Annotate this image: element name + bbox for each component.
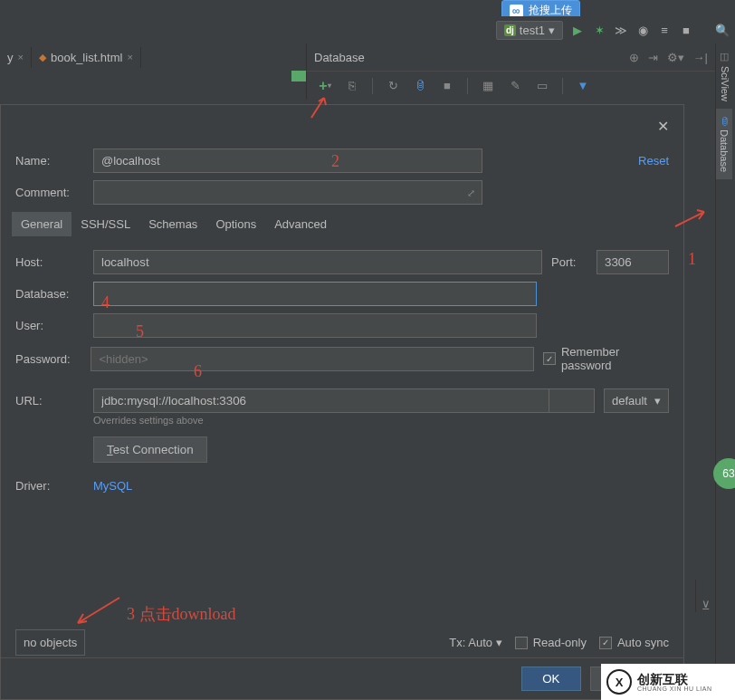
table-icon[interactable]: ▦ — [481, 79, 495, 93]
database-panel-header: Database ⊕ ⇥ ⚙▾ →| — [306, 43, 715, 71]
user-input[interactable] — [93, 313, 537, 338]
name-label: Name: — [15, 154, 84, 168]
sidebar-tab-sciview[interactable]: ◫ SciView — [716, 43, 733, 109]
tab-ssh-ssl[interactable]: SSH/SSL — [72, 212, 139, 236]
duplicate-icon[interactable]: ⎘ — [345, 79, 359, 93]
tab-filename: book_list.html — [51, 51, 122, 64]
html-file-icon: ◆ — [39, 52, 46, 63]
comment-input[interactable] — [93, 180, 482, 205]
close-icon[interactable]: ✕ — [657, 118, 669, 135]
host-label: Host: — [15, 255, 84, 269]
expand-icon[interactable]: ⤢ — [467, 187, 475, 198]
coverage-icon[interactable]: ≫ — [614, 23, 628, 37]
annotation-1: 1 — [688, 250, 696, 269]
refresh-icon[interactable]: ↻ — [386, 79, 400, 93]
name-input[interactable] — [93, 149, 482, 173]
concurrency-icon[interactable]: ≡ — [657, 23, 672, 37]
settings-gear-icon[interactable]: ⚙▾ — [667, 51, 684, 64]
run-config-name: test1 — [520, 24, 545, 37]
chevron-down-icon: ▾ — [549, 24, 555, 37]
sciview-icon: ◫ — [719, 51, 730, 62]
filter-icon[interactable]: ▼ — [576, 79, 590, 93]
datasource-props-icon[interactable]: 🛢 — [413, 79, 427, 93]
main-toolbar: dj test1 ▾ ▶ ✶ ≫ ◉ ≡ ■ 🔍 — [0, 16, 735, 43]
run-config-selector[interactable]: dj test1 ▾ — [496, 21, 563, 40]
autosync-label: Auto sync — [617, 636, 669, 649]
autosync-checkbox[interactable] — [599, 637, 612, 649]
watermark-icon: X — [606, 669, 632, 695]
watermark-brand: 创新互联 — [637, 673, 712, 686]
arrow-icon — [71, 594, 125, 630]
override-hint: Overrides settings above — [93, 415, 669, 426]
database-toolbar: +▾ ⎘ ↻ 🛢 ■ ▦ ✎ ▭ ▼ — [306, 71, 715, 100]
url-input[interactable] — [93, 388, 549, 413]
split-icon[interactable]: ⇥ — [648, 51, 658, 64]
add-datasource-icon[interactable]: +▾ — [318, 79, 332, 93]
port-label: Port: — [551, 255, 587, 269]
tab-advanced[interactable]: Advanced — [265, 212, 336, 236]
password-label: Password: — [15, 352, 81, 366]
driver-label: Driver: — [15, 479, 84, 493]
close-icon[interactable]: × — [127, 52, 132, 62]
infinity-icon: ∞ — [510, 5, 523, 17]
search-icon[interactable]: 🔍 — [715, 23, 730, 37]
stop-icon[interactable]: ■ — [440, 79, 454, 93]
run-icon[interactable]: ▶ — [570, 23, 585, 37]
console-icon[interactable]: ▭ — [535, 79, 549, 93]
reset-link[interactable]: Reset — [638, 154, 669, 168]
arrow-icon — [673, 206, 710, 234]
readonly-checkbox[interactable] — [515, 637, 528, 649]
gutter-marker-icon — [291, 71, 306, 82]
url-action-button[interactable] — [549, 388, 595, 413]
close-icon[interactable]: × — [18, 52, 24, 62]
chevron-down-icon: ▾ — [654, 394, 661, 408]
tx-mode[interactable]: Tx: Auto ▾ — [449, 636, 501, 649]
test-connection-button[interactable]: Test Connection — [93, 436, 207, 463]
separator — [467, 78, 468, 94]
readonly-label: Read-only — [533, 636, 587, 649]
separator — [372, 78, 373, 94]
arrow-icon — [308, 94, 335, 121]
editor-tab-book-list[interactable]: ◆ book_list.html × — [32, 47, 141, 68]
port-input[interactable] — [597, 250, 669, 274]
comment-label: Comment: — [15, 186, 84, 199]
target-icon[interactable]: ⊕ — [629, 51, 639, 64]
stop-icon[interactable]: ■ — [679, 23, 693, 37]
tab-schemas[interactable]: Schemas — [139, 212, 206, 236]
sidebar-tab-database[interactable]: 🛢 Database — [716, 109, 732, 179]
watermark-sub: CHUANG XIN HU LIAN — [637, 686, 712, 692]
tab-suffix: y — [7, 51, 14, 64]
dialog-sub-tabs: General SSH/SSL Schemas Options Advanced — [1, 212, 683, 237]
scroll-track[interactable]: ⊻ — [695, 580, 715, 612]
watermark-logo: X 创新互联 CHUANG XIN HU LIAN — [601, 664, 735, 700]
url-label: URL: — [15, 394, 84, 408]
tab-options[interactable]: Options — [206, 212, 265, 236]
url-mode-select[interactable]: default ▾ — [604, 388, 669, 413]
database-input[interactable] — [93, 282, 537, 306]
database-panel-title: Database — [314, 51, 629, 64]
dialog-button-bar: OK Cancel — [1, 657, 683, 699]
debug-icon[interactable]: ✶ — [592, 23, 606, 37]
database-icon: 🛢 — [719, 116, 730, 126]
separator — [562, 78, 563, 94]
user-label: User: — [15, 319, 84, 332]
django-icon: dj — [504, 24, 516, 36]
scroll-down-icon[interactable]: ⊻ — [702, 599, 711, 612]
editor-gutter — [286, 71, 306, 103]
edit-icon[interactable]: ✎ — [508, 79, 522, 93]
remember-password-label: Remember password — [561, 345, 669, 372]
password-input[interactable] — [91, 347, 534, 371]
right-tool-sidebar: ◫ SciView 🛢 Database — [715, 43, 735, 700]
remember-password-checkbox[interactable] — [543, 352, 556, 365]
host-input[interactable] — [93, 250, 542, 274]
tab-general[interactable]: General — [12, 212, 72, 236]
ok-button[interactable]: OK — [521, 666, 580, 691]
no-objects-status: no objects — [15, 629, 85, 656]
profile-icon[interactable]: ◉ — [635, 23, 650, 37]
driver-link[interactable]: MySQL — [93, 479, 132, 493]
hide-icon[interactable]: →| — [693, 51, 708, 64]
database-label: Database: — [15, 287, 84, 301]
editor-tab-partial[interactable]: y × — [0, 47, 32, 68]
